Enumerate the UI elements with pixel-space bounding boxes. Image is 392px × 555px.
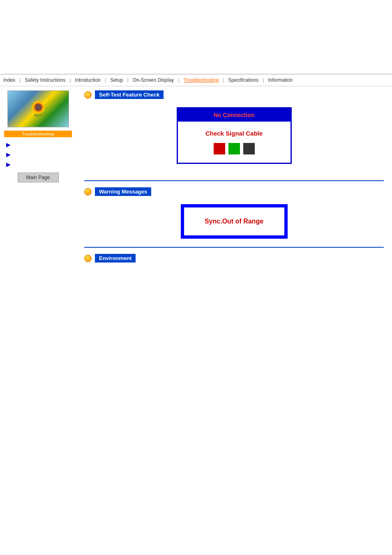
environment-title: Environment (95, 254, 136, 263)
sidebar-bullet-2[interactable] (6, 151, 76, 158)
sidebar-bullets (0, 141, 76, 168)
sync-out-inner: Sync.Out of Range (184, 207, 284, 235)
nav-sep-6: | (222, 77, 225, 83)
sidebar-image (7, 90, 69, 127)
self-test-title: Self-Test Feature Check (95, 90, 164, 99)
warning-section: Warning Messages Sync.Out of Range (84, 180, 384, 239)
content-area: Troubleshooting Main Page Self-Test Feat… (0, 86, 392, 273)
top-spacer (0, 0, 392, 37)
nav-sep-1: | (18, 77, 21, 83)
color-blocks (184, 143, 284, 154)
nav-information[interactable]: Information (265, 76, 296, 84)
check-signal-text: Check Signal Cable (184, 130, 284, 137)
sync-out-box: Sync.Out of Range (181, 204, 288, 239)
nav-index[interactable]: Index (0, 76, 18, 84)
no-connection-title: No Connection (178, 108, 291, 122)
nav-osd[interactable]: On-Screen Display (129, 76, 178, 84)
nav-specifications[interactable]: Specifications (225, 76, 262, 84)
warning-header: Warning Messages (84, 187, 384, 196)
sidebar-label: Troubleshooting (4, 131, 72, 137)
nav-sep-5: | (177, 77, 180, 83)
main-content: Self-Test Feature Check No Connection Ch… (76, 86, 392, 273)
nav-sep-4: | (127, 77, 129, 83)
sidebar-bullet-3[interactable] (6, 161, 76, 168)
nav-sep-2: | (69, 77, 71, 83)
self-test-header: Self-Test Feature Check (84, 90, 384, 99)
nav-sep-3: | (104, 77, 107, 83)
warning-icon (84, 188, 92, 196)
nav-sep-7: | (262, 77, 265, 83)
environment-icon (84, 255, 92, 262)
environment-header: Environment (84, 254, 384, 263)
nav-safety[interactable]: Safety Instructions (21, 76, 69, 84)
environment-section: Environment (84, 247, 384, 263)
color-block-red (214, 143, 225, 154)
self-test-icon (84, 91, 92, 99)
sidebar-bullet-1[interactable] (6, 141, 76, 148)
sidebar: Troubleshooting Main Page (0, 86, 76, 273)
main-page-button[interactable]: Main Page (18, 173, 59, 182)
no-connection-box: No Connection Check Signal Cable (177, 107, 292, 164)
sync-out-text: Sync.Out of Range (190, 218, 278, 225)
warning-divider (84, 180, 384, 181)
nav-bar: Index | Safety Instructions | Introducti… (0, 74, 392, 86)
page-wrapper: Index | Safety Instructions | Introducti… (0, 0, 392, 273)
color-block-dark (243, 143, 255, 154)
nav-setup[interactable]: Setup (107, 76, 126, 84)
no-connection-body: Check Signal Cable (178, 122, 291, 163)
nav-troubleshooting[interactable]: Troubleshooting (180, 76, 222, 84)
nav-intro[interactable]: Introduction (71, 76, 104, 84)
warning-title: Warning Messages (95, 187, 151, 196)
color-block-green (228, 143, 240, 154)
environment-divider (84, 247, 384, 248)
